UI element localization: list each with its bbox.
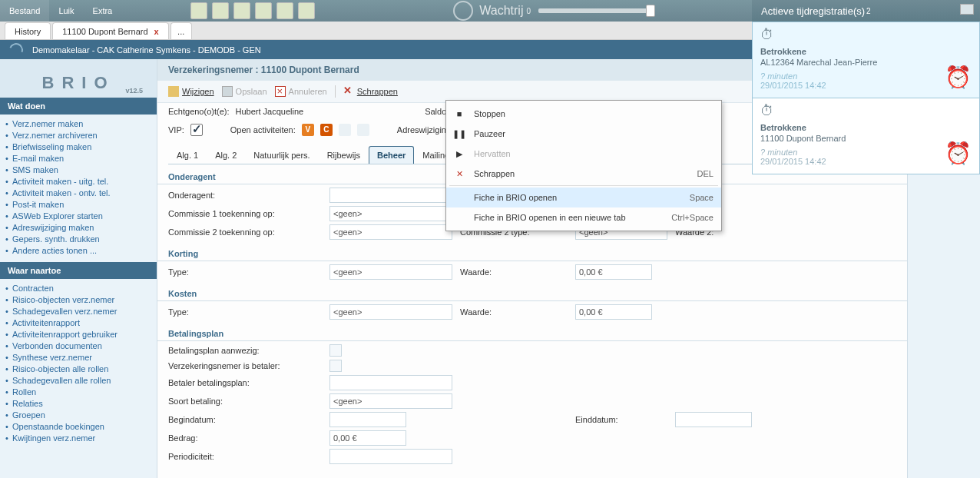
sidebar-item[interactable]: Verz.nemer archiveren bbox=[0, 129, 157, 141]
label: Commissie 1 toekenning op: bbox=[168, 209, 322, 218]
badge-c[interactable]: C bbox=[320, 124, 333, 136]
sidebar-item[interactable]: Activiteit maken - uitg. tel. bbox=[0, 175, 157, 187]
sidebar-item[interactable]: Verbonden documenten bbox=[0, 340, 157, 351]
queue-label: Wachtrij bbox=[479, 4, 523, 18]
timereg-duration: ? minuten bbox=[760, 148, 972, 157]
queue-section: Wachtrij 0 bbox=[453, 1, 654, 21]
tab-history[interactable]: History bbox=[5, 22, 51, 39]
toolbar-icon-4[interactable] bbox=[255, 2, 272, 19]
menu-item-icon bbox=[454, 212, 465, 223]
input-kosten-type[interactable]: <geen> bbox=[329, 304, 452, 320]
timereg-header[interactable]: Actieve tijdregistratie(s) 2 bbox=[752, 0, 980, 22]
label-open-act: Open activiteiten: bbox=[230, 125, 296, 134]
input-korting-type[interactable]: <geen> bbox=[329, 264, 452, 280]
sidebar-item[interactable]: E-mail maken bbox=[0, 152, 157, 164]
badge-blank-2[interactable] bbox=[357, 124, 369, 136]
timereg-card-2[interactable]: Betrokkene 11100 Dupont Bernard ? minute… bbox=[752, 98, 980, 174]
context-label: Demomakelaar - CAK Catherine Symkens - D… bbox=[32, 45, 261, 55]
sidebar-item[interactable]: Rollen bbox=[0, 386, 157, 397]
menu-luik[interactable]: Luik bbox=[49, 0, 83, 22]
input-comm2-toek[interactable]: <geen> bbox=[329, 224, 452, 240]
sidebar-item[interactable]: Gepers. synth. drukken bbox=[0, 233, 157, 244]
sidebar-item[interactable]: Schadegevallen verz.nemer bbox=[0, 305, 157, 317]
inner-tab[interactable]: Natuurlijk pers. bbox=[245, 146, 318, 164]
menu-item-label: Pauzeer bbox=[474, 129, 704, 138]
badge-v[interactable]: V bbox=[302, 124, 314, 136]
sidebar-item[interactable]: Activiteit maken - ontv. tel. bbox=[0, 187, 157, 198]
sidebar-item[interactable]: Contracten bbox=[0, 282, 157, 294]
sidebar-item[interactable]: Briefwisseling maken bbox=[0, 141, 157, 152]
toolbar-icon-6[interactable] bbox=[298, 2, 315, 19]
menu-item-label: Hervatten bbox=[474, 149, 704, 158]
action-edit[interactable]: Wijzigen bbox=[168, 86, 214, 97]
menu-extra[interactable]: Extra bbox=[84, 0, 122, 22]
input-payer-plan[interactable] bbox=[329, 375, 452, 390]
inner-tab[interactable]: Alg. 1 bbox=[168, 146, 207, 164]
kosten-grid: Type: <geen> Waarde: 0,00 € bbox=[157, 303, 907, 321]
input-begindatum[interactable] bbox=[329, 412, 406, 427]
refresh-icon[interactable] bbox=[7, 41, 25, 59]
sidebar-item[interactable]: Openstaande boekingen bbox=[0, 420, 157, 432]
sidebar-item[interactable]: Schadegevallen alle rollen bbox=[0, 374, 157, 386]
separator bbox=[335, 85, 336, 98]
inner-tab[interactable]: Rijbewijs bbox=[319, 146, 369, 164]
input-bedrag[interactable]: 0,00 € bbox=[329, 430, 406, 446]
sidebar-item[interactable]: Adreswijziging maken bbox=[0, 221, 157, 233]
badge-blank-1[interactable] bbox=[339, 124, 351, 136]
input-comm1-toek[interactable]: <geen> bbox=[329, 206, 452, 221]
context-menu-item[interactable]: ✕SchrappenDEL bbox=[446, 164, 721, 184]
check-plan-present[interactable] bbox=[329, 344, 342, 357]
toolbar-icon-3[interactable] bbox=[233, 2, 250, 19]
sidebar-item[interactable]: Activiteitenrapport bbox=[0, 317, 157, 328]
sidebar-item[interactable]: Relaties bbox=[0, 397, 157, 409]
label-spouse: Echtgeno(o)t(e): bbox=[168, 107, 229, 116]
context-menu: ■Stoppen❚❚Pauzeer▶Hervatten✕SchrappenDEL… bbox=[445, 100, 722, 231]
sidebar-head-waarnaartoe: Waar naartoe bbox=[0, 262, 157, 279]
tab-add[interactable]: ... bbox=[171, 22, 192, 39]
sidebar-list-watdoen: Verz.nemer makenVerz.nemer archiverenBri… bbox=[0, 115, 157, 262]
minimize-icon[interactable] bbox=[960, 4, 974, 15]
context-menu-item[interactable]: Fiche in BRIO openenSpace bbox=[446, 188, 721, 207]
timereg-card-1[interactable]: Betrokkene AL12364 Marechal Jean-Pierre … bbox=[752, 22, 980, 98]
inner-tab[interactable]: Alg. 2 bbox=[207, 146, 245, 164]
brand-text: BRIO bbox=[42, 73, 115, 92]
toolbar-icon-1[interactable] bbox=[190, 2, 207, 19]
gear-icon[interactable] bbox=[453, 1, 473, 21]
sidebar-item[interactable]: SMS maken bbox=[0, 164, 157, 175]
toolbar-icon-5[interactable] bbox=[276, 2, 293, 19]
queue-slider[interactable] bbox=[538, 8, 654, 13]
sidebar-item[interactable]: Synthese verz.nemer bbox=[0, 351, 157, 363]
input-kosten-waarde[interactable]: 0,00 € bbox=[575, 304, 652, 320]
sidebar-item[interactable]: Post-it maken bbox=[0, 198, 157, 210]
sidebar-item[interactable]: ASWeb Explorer starten bbox=[0, 210, 157, 221]
timereg-who: 11100 Dupont Bernard bbox=[760, 134, 972, 143]
sidebar-item[interactable]: Verz.nemer maken bbox=[0, 118, 157, 129]
label: Einddatum: bbox=[575, 415, 667, 424]
toolbar-icon-2[interactable] bbox=[212, 2, 229, 19]
input-einddatum[interactable] bbox=[675, 412, 752, 427]
sidebar-item[interactable]: Kwijtingen verz.nemer bbox=[0, 432, 157, 443]
action-delete[interactable]: Schrappen bbox=[343, 86, 398, 97]
sidebar-item[interactable]: Groepen bbox=[0, 409, 157, 420]
context-menu-item[interactable]: ■Stoppen bbox=[446, 104, 721, 124]
sidebar-item[interactable]: Risico-objecten verz.nemer bbox=[0, 294, 157, 305]
tab-dupont[interactable]: 11100 Dupont Bernard x bbox=[52, 22, 168, 39]
input-soort[interactable]: <geen> bbox=[329, 393, 452, 409]
menu-item-icon: ❚❚ bbox=[454, 128, 465, 139]
slider-knob[interactable] bbox=[646, 5, 655, 17]
context-menu-item[interactable]: ❚❚Pauzeer bbox=[446, 124, 721, 144]
close-icon[interactable]: x bbox=[154, 27, 159, 36]
menu-bestand[interactable]: Bestand bbox=[0, 0, 49, 22]
input-periodiciteit[interactable] bbox=[329, 449, 452, 464]
vip-checkbox[interactable] bbox=[190, 124, 203, 136]
input-onderagent[interactable] bbox=[329, 188, 452, 203]
context-menu-item[interactable]: Fiche in BRIO openen in een nieuwe tabCt… bbox=[446, 207, 721, 227]
sidebar-item[interactable]: Activiteitenrapport gebruiker bbox=[0, 328, 157, 340]
value-spouse: Hubert Jacqueline bbox=[235, 107, 303, 116]
sidebar-item[interactable]: Risico-objecten alle rollen bbox=[0, 363, 157, 374]
korting-grid: Type: <geen> Waarde: 0,00 € bbox=[157, 263, 907, 281]
check-is-payer[interactable] bbox=[329, 360, 342, 372]
input-korting-waarde[interactable]: 0,00 € bbox=[575, 264, 652, 280]
sidebar-item[interactable]: Andere acties tonen ... bbox=[0, 244, 157, 256]
inner-tab[interactable]: Beheer bbox=[369, 146, 414, 164]
